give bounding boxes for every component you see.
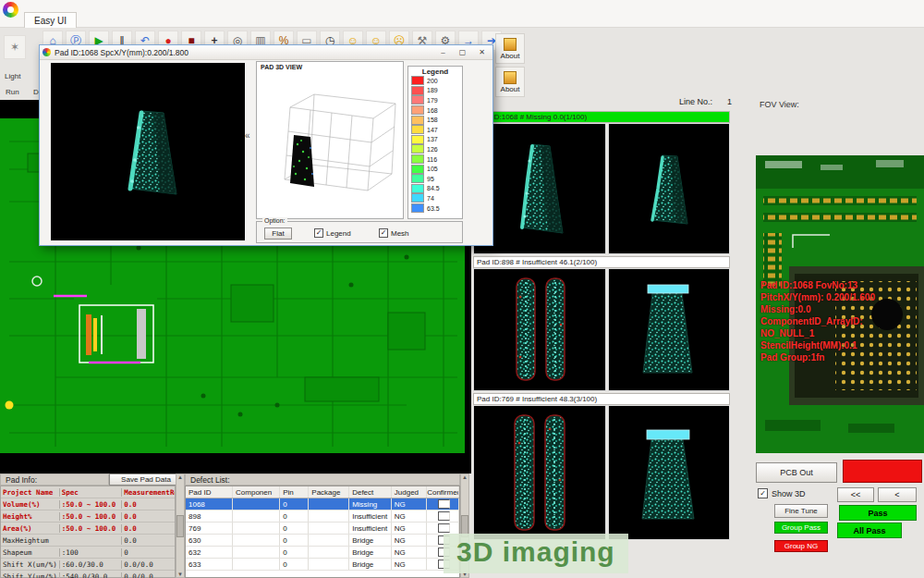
prev-defect-label: < — [894, 490, 899, 499]
group-ng-button[interactable]: Group NG — [774, 540, 828, 552]
defect-list-title: Defect List: — [185, 473, 460, 486]
fov-overlay-line: Pad Group:1fn — [760, 351, 875, 363]
defect-list-title-label: Defect List: — [190, 475, 230, 485]
confirmed-checkbox[interactable] — [438, 499, 450, 509]
defect-row[interactable]: 6320BridgeNG — [186, 547, 459, 559]
defect-row[interactable]: 8980InsufficientNG — [186, 510, 459, 523]
pad-tile-header-2[interactable]: Pad ID:898 # Insufficient 46.1(2/100) — [473, 256, 730, 268]
legend-swatch — [411, 76, 424, 85]
pcb-out-label: PCB Out — [780, 468, 813, 477]
legend-panel: Legend 200 189 179 168 158 147 137 126 1… — [407, 66, 463, 219]
legend-title: Legend — [408, 67, 462, 76]
scroll-up-icon[interactable]: ▲ — [177, 474, 183, 480]
light-label: Light — [5, 72, 20, 80]
pad-info-table: Project Name Spec MeasurementRes Volume(… — [0, 486, 176, 578]
run-tab[interactable]: Run — [6, 88, 19, 96]
fine-tune-button[interactable]: Fine Tune — [774, 504, 828, 518]
defect-row[interactable]: 7690InsufficientNG — [186, 523, 459, 535]
scroll-up-icon[interactable]: ▲ — [462, 474, 468, 480]
confirmed-checkbox[interactable] — [438, 511, 450, 521]
show-3d-checkbox-box: ✓ — [758, 488, 768, 498]
mesh-checkbox[interactable]: ✓Mesh — [379, 228, 409, 238]
about-label: About — [501, 52, 520, 60]
watermark-text: 3D imaging — [444, 534, 628, 573]
pass-button[interactable]: Pass — [839, 505, 917, 521]
group-pass-button[interactable]: Group Pass — [774, 522, 828, 534]
option-label: Option: — [262, 217, 287, 224]
legend-swatch — [411, 86, 424, 95]
legend-swatch — [411, 125, 424, 134]
legend-swatch — [411, 95, 424, 105]
group-pass-label: Group Pass — [782, 523, 821, 532]
legend-swatch — [411, 165, 424, 174]
legend-checkbox[interactable]: ✓Legend — [314, 228, 351, 238]
pad-tile-3-image-left[interactable] — [473, 405, 606, 540]
light-button[interactable]: ✶ — [4, 35, 26, 59]
about-button-2[interactable]: About — [495, 67, 525, 97]
save-pad-data-label: Save Pad Data — [121, 475, 171, 484]
dialog-title-bar[interactable]: Pad ID:1068 SpcX/Y(mm):0.200/1.800 – ▢ ✕ — [40, 45, 492, 60]
pad-3d-wireframe — [257, 70, 403, 216]
scroll-down-icon[interactable]: ▼ — [177, 572, 183, 577]
dialog-pad-2d-view[interactable] — [51, 63, 245, 240]
pad-info-row: Volume(%):50.0 ~ 100.00.0 — [1, 498, 175, 510]
pad-3d-view-title: PAD 3D VIEW — [257, 62, 403, 70]
fine-tune-label: Fine Tune — [784, 507, 818, 515]
defect-list-header-row: Pad ID Componen Pin Package Defect Judge… — [186, 486, 459, 498]
title-bar: Easy UI — [0, 0, 924, 28]
fov-overlay-line: StencilHeight(MM):0.1 — [760, 339, 875, 351]
all-pass-button[interactable]: All Pass — [837, 523, 902, 538]
legend-swatch — [411, 193, 424, 203]
fov-view-title: FOV View: — [760, 100, 799, 109]
fov-photo[interactable]: Pad ID:1068 FovNo:13 PitchX/Y(mm): 0.200… — [756, 155, 924, 453]
defect-row[interactable]: 6300BridgeNG — [186, 535, 459, 547]
maximize-icon[interactable]: ▢ — [455, 46, 470, 59]
pad-info-row: Area(%):50.0 ~ 100.00.0 — [1, 523, 175, 535]
confirmed-checkbox[interactable] — [438, 523, 450, 533]
pad-3d-view-panel[interactable]: PAD 3D VIEW — [256, 61, 404, 219]
app-tab[interactable]: Easy UI — [24, 12, 77, 28]
board-status-indicator — [843, 460, 922, 483]
save-pad-data-button[interactable]: Save Pad Data — [109, 473, 183, 486]
app-window: Easy UI ⌂ Ⓟ ▶ ‖ ↶ ● ■ + ◎ ▥ % ▭ ◷ ☺ ☺ ☹ … — [0, 0, 924, 578]
pad-info-row: Shapeum:1000 — [1, 547, 175, 559]
about-icon-2 — [504, 71, 517, 84]
about-label-2: About — [501, 85, 520, 93]
pad-3d-dialog[interactable]: Pad ID:1068 SpcX/Y(mm):0.200/1.800 – ▢ ✕… — [39, 44, 493, 246]
show-3d-label: Show 3D — [772, 489, 806, 498]
defect-row[interactable]: 6330BridgeNG — [186, 559, 459, 571]
about-button[interactable]: About — [495, 33, 525, 64]
close-icon[interactable]: ✕ — [474, 46, 490, 59]
pad-tile-2-image-right[interactable] — [608, 268, 730, 391]
pad-tile-2-image-left[interactable] — [473, 268, 606, 391]
pad-tile-header-1[interactable]: Pad ID:1068 # Missing 0.0(1/100) — [473, 111, 730, 123]
fov-overlay-line: Missing:0.0 — [760, 303, 875, 315]
app-tab-label: Easy UI — [34, 16, 67, 26]
legend-swatch — [411, 105, 424, 115]
fov-overlay-line: NO_NULL_1 — [760, 327, 875, 339]
fov-overlay-line: ComponentID_ArrayID: — [760, 315, 875, 327]
pad-info-title: Pad Info: — [0, 473, 109, 486]
legend-swatch — [411, 144, 424, 154]
pad-info-header-row: Project Name Spec MeasurementRes — [1, 486, 175, 498]
line-no: Line No.: 1 — [679, 97, 732, 106]
pad-tile-3-image-right[interactable] — [608, 405, 730, 540]
prev-board-label: << — [851, 490, 861, 499]
group-ng-label: Group NG — [784, 542, 818, 550]
flat-button[interactable]: Flat — [264, 228, 292, 240]
defect-row[interactable]: 10680MissingNG — [186, 498, 459, 510]
defect-list-table: Pad ID Componen Pin Package Defect Judge… — [185, 486, 460, 578]
prev-board-button[interactable]: << — [837, 487, 874, 502]
dialog-icon — [43, 48, 51, 56]
pcb-out-button[interactable]: PCB Out — [756, 462, 837, 483]
collapse-chevron-icon[interactable]: « — [245, 130, 250, 141]
pad-tile-header-3[interactable]: Pad ID:769 # Insufficient 48.3(3/100) — [473, 393, 730, 405]
about-icon — [504, 38, 517, 51]
minimize-icon[interactable]: – — [435, 46, 451, 59]
show-3d-checkbox[interactable]: ✓ Show 3D — [758, 488, 806, 498]
pad-info-scrollbar[interactable]: ▲▼ — [176, 473, 185, 578]
pad-tile-1-image-right[interactable] — [608, 123, 730, 254]
line-no-value: 1 — [727, 97, 732, 106]
prev-defect-button[interactable]: < — [878, 487, 917, 502]
pad-info-row: MaxHeightum0.0 — [1, 535, 175, 547]
